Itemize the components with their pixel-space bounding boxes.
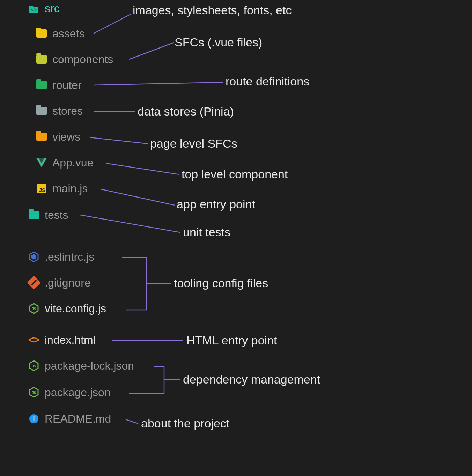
- git-icon: [28, 277, 40, 289]
- tree-item-gitignore[interactable]: .gitignore: [28, 276, 91, 290]
- svg-line-0: [94, 14, 131, 34]
- label-app-vue: App.vue: [52, 156, 93, 169]
- desc-readme: about the project: [141, 417, 229, 430]
- desc-main-js: app entry point: [177, 198, 255, 211]
- tree-item-index-html[interactable]: <> index.html: [28, 333, 96, 347]
- desc-tooling: tooling config files: [174, 276, 268, 290]
- desc-packages: dependency management: [183, 373, 320, 386]
- desc-router: route definitions: [226, 75, 309, 88]
- components-folder-icon: [36, 53, 47, 65]
- label-gitignore: .gitignore: [45, 276, 91, 289]
- tests-folder-icon: [28, 209, 40, 221]
- tree-item-package-lock[interactable]: JS package-lock.json: [28, 359, 134, 373]
- desc-assets: images, stylesheets, fonts, etc: [133, 3, 292, 17]
- html-file-icon: <>: [28, 334, 40, 346]
- tree-item-eslintrc[interactable]: .eslintrc.js: [28, 250, 94, 264]
- label-stores: stores: [52, 105, 83, 118]
- label-views: views: [52, 131, 80, 143]
- desc-components: SFCs (.vue files): [175, 36, 262, 49]
- svg-text:</>: </>: [31, 8, 37, 12]
- label-vite-config: vite.config.js: [45, 302, 106, 315]
- desc-stores: data stores (Pinia): [138, 105, 234, 118]
- views-folder-icon: [36, 131, 47, 143]
- svg-text:JS: JS: [32, 307, 36, 311]
- label-src: src: [45, 2, 60, 15]
- connector-lines: [0, 0, 472, 476]
- svg-line-6: [101, 189, 175, 205]
- node-hex-icon-3: JS: [28, 386, 40, 398]
- tree-item-src[interactable]: </> src: [28, 1, 60, 15]
- tree-item-tests[interactable]: tests: [28, 208, 68, 222]
- label-assets: assets: [52, 27, 84, 40]
- js-file-icon: JS: [36, 183, 47, 194]
- label-index-html: index.html: [45, 334, 96, 347]
- eslint-icon: [28, 251, 40, 263]
- label-components: components: [52, 53, 113, 66]
- desc-tests: unit tests: [183, 225, 230, 239]
- svg-line-7: [80, 215, 180, 232]
- svg-line-11: [126, 419, 138, 424]
- tree-item-stores[interactable]: stores: [36, 104, 83, 118]
- label-package-json: package.json: [45, 386, 111, 399]
- svg-text:JS: JS: [32, 391, 36, 395]
- tree-item-components[interactable]: components: [36, 52, 113, 66]
- tree-item-app-vue[interactable]: App.vue: [36, 156, 93, 170]
- svg-marker-14: [31, 254, 36, 260]
- info-icon: i: [28, 413, 40, 425]
- svg-line-4: [90, 137, 148, 144]
- desc-app-vue: top level component: [182, 168, 288, 181]
- label-tests: tests: [45, 209, 68, 222]
- node-hex-icon: JS: [28, 303, 40, 314]
- tree-item-router[interactable]: router: [36, 78, 82, 92]
- assets-folder-icon: [36, 28, 47, 39]
- svg-text:JS: JS: [32, 364, 36, 368]
- node-hex-icon-2: JS: [28, 360, 40, 372]
- label-package-lock: package-lock.json: [45, 359, 134, 372]
- label-main-js: main.js: [52, 182, 88, 195]
- tree-item-vite-config[interactable]: JS vite.config.js: [28, 302, 106, 315]
- label-eslintrc: .eslintrc.js: [45, 251, 94, 263]
- tree-item-main-js[interactable]: JS main.js: [36, 181, 88, 195]
- file-tree-diagram: </> src images, stylesheets, fonts, etc …: [0, 0, 472, 476]
- label-router: router: [52, 79, 82, 92]
- router-folder-icon: [36, 79, 47, 91]
- vue-icon: [36, 157, 47, 169]
- tree-item-assets[interactable]: assets: [36, 27, 84, 40]
- desc-index-html: HTML entry point: [186, 334, 277, 347]
- tree-item-views[interactable]: views: [36, 130, 80, 144]
- desc-views: page level SFCs: [150, 137, 237, 150]
- stores-folder-icon: [36, 105, 47, 117]
- label-readme: README.md: [45, 412, 111, 425]
- svg-line-1: [129, 43, 174, 59]
- source-folder-icon: </>: [28, 2, 40, 14]
- tree-item-readme[interactable]: i README.md: [28, 412, 111, 426]
- svg-line-5: [106, 163, 179, 174]
- tree-item-package-json[interactable]: JS package.json: [28, 385, 111, 399]
- svg-line-2: [94, 82, 223, 85]
